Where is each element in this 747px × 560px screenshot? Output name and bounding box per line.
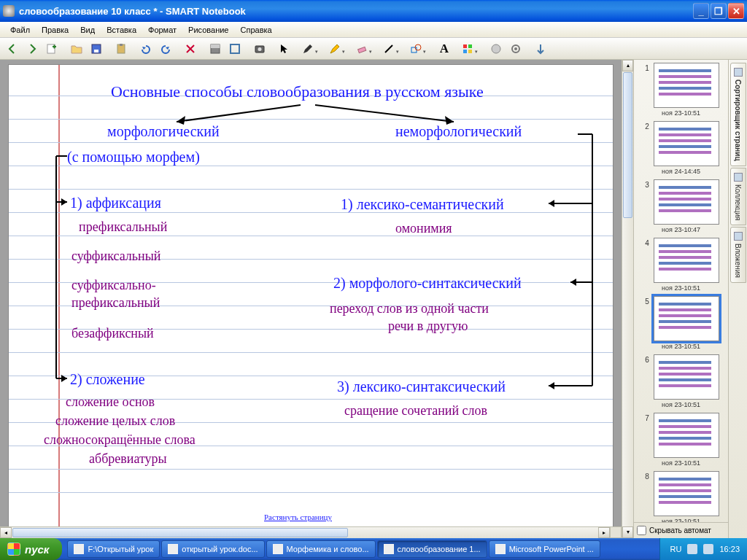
thumb-img[interactable] xyxy=(654,238,719,283)
task-label: F:\Открытый урок xyxy=(88,545,153,553)
menu-view[interactable]: Вид xyxy=(74,24,101,36)
vscroll[interactable]: ▴ ▾ xyxy=(622,60,633,538)
start-button[interactable]: пуск xyxy=(0,538,62,560)
menu-draw[interactable]: Рисование xyxy=(182,24,234,36)
tb-next[interactable] xyxy=(23,40,42,58)
thumb-caption: ноя 23-10:51 xyxy=(635,401,727,408)
tb-prev[interactable] xyxy=(3,40,22,58)
left-2a: сложение основ xyxy=(66,394,155,410)
tb-undo[interactable] xyxy=(136,40,155,58)
left-1c1: суффиксально- xyxy=(71,278,156,293)
clock[interactable]: 16:23 xyxy=(719,545,740,553)
tb-settings[interactable] xyxy=(506,40,525,58)
thumb-img[interactable] xyxy=(654,413,719,458)
tb-text[interactable]: A xyxy=(435,40,454,58)
tb-fullscreen[interactable] xyxy=(225,40,244,58)
tb-line[interactable] xyxy=(376,40,402,58)
task-item-2[interactable]: Морфемика и слово... xyxy=(266,540,376,558)
svg-marker-27 xyxy=(61,198,67,206)
left-2: 2) сложение xyxy=(70,371,145,388)
thumb-img[interactable] xyxy=(654,63,719,108)
thumb-caption: ноя 23-10:51 xyxy=(635,459,727,467)
thumb-num: 4 xyxy=(643,238,651,247)
system-tray[interactable]: RU 16:23 xyxy=(659,538,747,560)
thumb-3[interactable]: 3 ноя 23-10:47 xyxy=(635,179,727,233)
hscroll-right[interactable]: ▸ xyxy=(598,527,610,538)
thumb-img[interactable] xyxy=(654,179,719,225)
close-button[interactable]: ✕ xyxy=(728,3,744,19)
thumb-8[interactable]: 8 ноя 23-10:51 xyxy=(635,471,727,522)
hscroll-thumb[interactable] xyxy=(12,528,348,537)
tab-attachments[interactable]: Вложения xyxy=(730,227,746,283)
tray-icon-1[interactable] xyxy=(687,544,697,554)
thumbs-list[interactable]: 1 ноя 23-10:51 2 ноя 24-14:45 3 ноя 23-1… xyxy=(634,60,728,522)
menu-edit[interactable]: Правка xyxy=(36,24,74,36)
hide-auto-checkbox[interactable] xyxy=(637,526,646,535)
vscroll-down[interactable]: ▾ xyxy=(622,526,633,538)
tab-collection[interactable]: Коллекция xyxy=(730,168,746,226)
hscroll-left[interactable]: ◂ xyxy=(0,527,12,538)
svg-line-11 xyxy=(385,45,392,52)
tb-pen[interactable] xyxy=(295,40,321,58)
tb-move-toolbar[interactable] xyxy=(531,40,550,58)
right-3: 3) лексико-синтаксический xyxy=(337,378,506,395)
thumb-5[interactable]: 5 ноя 23-10:51 xyxy=(635,296,727,350)
thumb-img[interactable] xyxy=(654,471,719,516)
svg-line-21 xyxy=(177,105,301,122)
maximize-button[interactable]: ❐ xyxy=(711,3,727,19)
thumb-6[interactable]: 6 ноя 23-10:51 xyxy=(635,354,727,408)
tb-color[interactable] xyxy=(454,40,481,58)
tb-open[interactable] xyxy=(67,40,86,58)
thumb-img[interactable] xyxy=(654,296,719,341)
thumb-img[interactable] xyxy=(654,121,719,166)
left-1d: безаффиксный xyxy=(71,326,154,341)
thumb-7[interactable]: 7 ноя 23-10:51 xyxy=(635,413,727,467)
tb-save[interactable] xyxy=(87,40,106,58)
thumb-img[interactable] xyxy=(654,354,719,400)
tab-sorter[interactable]: Сортировщик страниц xyxy=(730,63,746,166)
tb-shade[interactable] xyxy=(206,40,225,58)
task-item-0[interactable]: F:\Открытый урок xyxy=(67,540,160,558)
task-item-1[interactable]: открытый урок.doc... xyxy=(161,540,264,558)
thumb-4[interactable]: 4 ноя 23-10:51 xyxy=(635,238,727,292)
tb-eraser[interactable] xyxy=(349,40,375,58)
lang-indicator[interactable]: RU xyxy=(670,545,682,553)
tb-transparency[interactable] xyxy=(487,40,506,58)
task-icon xyxy=(384,544,394,554)
left-1: 1) аффиксация xyxy=(70,195,161,211)
vscroll-up[interactable]: ▴ xyxy=(622,60,633,71)
svg-marker-32 xyxy=(549,200,554,207)
menu-insert[interactable]: Вставка xyxy=(101,24,142,36)
tb-cursor[interactable] xyxy=(275,40,294,58)
thumb-caption: ноя 23-10:51 xyxy=(635,343,727,350)
tb-paste[interactable] xyxy=(112,40,131,58)
right-tabs: Сортировщик страниц Коллекция Вложения xyxy=(728,60,747,538)
tb-marker[interactable] xyxy=(322,40,348,58)
tray-icon-2[interactable] xyxy=(703,544,713,554)
hscroll[interactable]: ◂ ▸ xyxy=(0,526,622,538)
hide-auto-label: Скрывать автомат xyxy=(649,526,711,534)
vscroll-thumb[interactable] xyxy=(623,72,632,218)
page[interactable]: /*rules gen inline below via style eleme… xyxy=(8,64,614,526)
tb-newpage[interactable] xyxy=(42,40,61,58)
task-icon xyxy=(495,544,506,554)
svg-rect-4 xyxy=(120,44,123,46)
canvas-area[interactable]: /*rules gen inline below via style eleme… xyxy=(0,60,622,526)
task-item-4[interactable]: Microsoft PowerPoint ... xyxy=(489,540,600,558)
tb-delete[interactable] xyxy=(181,40,200,58)
minimize-button[interactable]: _ xyxy=(693,3,709,19)
menu-help[interactable]: Справка xyxy=(235,24,278,36)
tb-shape[interactable] xyxy=(403,40,429,58)
svg-marker-29 xyxy=(61,375,67,382)
stretch-link[interactable]: Растянуть страницу xyxy=(264,513,332,521)
thumb-1[interactable]: 1 ноя 23-10:51 xyxy=(635,63,727,117)
thumb-num: 2 xyxy=(643,121,651,131)
tb-capture[interactable] xyxy=(250,40,269,58)
taskbar: пуск F:\Открытый урок открытый урок.doc.… xyxy=(0,538,747,560)
menu-format[interactable]: Формат xyxy=(142,24,182,36)
task-item-3[interactable]: словообразование 1... xyxy=(377,540,487,558)
thumb-2[interactable]: 2 ноя 24-14:45 xyxy=(635,121,727,175)
menu-file[interactable]: Файл xyxy=(4,24,36,36)
tb-redo[interactable] xyxy=(156,40,175,58)
task-label: открытый урок.doc... xyxy=(182,545,258,553)
